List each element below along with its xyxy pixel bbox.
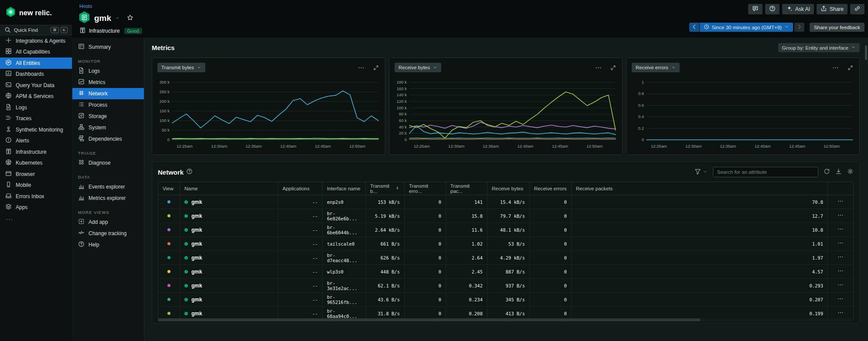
table-row[interactable]: gmk--br-965216fb...43.6 B/s00.234345 B/s… — [158, 293, 853, 307]
subnav-item-events-explorer[interactable]: Events explorer — [72, 181, 144, 192]
sidebar-item-all-entities[interactable]: All Entities — [0, 57, 72, 69]
sidebar-item-traces[interactable]: Traces — [0, 113, 72, 125]
table-row[interactable]: gmk--br-d7eacc48...626 B/s02.644.29 kB/s… — [158, 251, 853, 265]
column-header-transmit-erro-[interactable]: Transmit erro... — [405, 182, 446, 195]
sidebar-item-errors-inbox[interactable]: Errors Inbox — [0, 191, 72, 202]
column-header-receive-packets[interactable]: Receive packets — [572, 182, 828, 195]
entity-name-cell[interactable]: gmk — [180, 237, 278, 251]
download-button[interactable] — [835, 168, 842, 176]
subnav-item-system[interactable]: System — [72, 122, 144, 133]
subnav-item-metrics-explorer[interactable]: Metrics explorer — [72, 192, 144, 204]
row-actions-button[interactable] — [837, 212, 844, 219]
row-actions-button[interactable] — [837, 268, 844, 275]
entity-name-cell[interactable]: gmk — [180, 293, 278, 307]
feedback-comment-button[interactable] — [748, 4, 762, 14]
sidebar-item-logs[interactable]: Logs — [0, 102, 72, 113]
sidebar-item-synthetic-monitoring[interactable]: Synthetic Monitoring — [0, 124, 72, 135]
entity-name-cell[interactable]: gmk — [180, 265, 278, 279]
table-row[interactable]: gmk--wlp3s0448 B/s02.45887 B/s04.57 — [158, 265, 853, 279]
column-header-receive-bytes[interactable]: Receive bytes — [487, 182, 530, 195]
table-row[interactable]: gmk--enp2s0153 kB/s014115.4 kB/s070.8 — [158, 195, 853, 209]
attribute-search-input[interactable] — [713, 167, 818, 177]
help-button[interactable] — [765, 4, 779, 14]
view-toggle-cell[interactable] — [158, 209, 180, 223]
share-button[interactable]: Share — [817, 4, 848, 14]
subnav-item-change-tracking[interactable]: Change tracking — [72, 228, 144, 239]
horizontal-scrollbar[interactable] — [158, 318, 854, 321]
subnav-item-storage[interactable]: Storage — [72, 111, 144, 122]
chart-options-button[interactable] — [358, 64, 364, 72]
table-row[interactable]: gmk--tailscale0661 B/s01.0253 B/s01.01 — [158, 237, 853, 251]
table-row[interactable]: gmk--br-3e31e2ac...62.1 B/s00.342937 B/s… — [158, 279, 853, 293]
column-header-transmit-pac-[interactable]: Transmit pac... — [446, 182, 487, 195]
column-header-interface-name[interactable]: Interface name — [323, 182, 366, 195]
filter-button[interactable] — [694, 168, 708, 176]
chart-options-button[interactable] — [595, 64, 602, 72]
table-settings-button[interactable] — [847, 168, 854, 176]
row-actions-button[interactable] — [837, 198, 844, 206]
time-picker[interactable]: Since 30 minutes ago (GMT+9) — [700, 23, 793, 32]
view-toggle-cell[interactable] — [158, 265, 180, 279]
entity-name-cell[interactable]: gmk — [180, 209, 278, 223]
subnav-item-dependencies[interactable]: Dependencies — [72, 133, 144, 145]
row-actions-button[interactable] — [837, 310, 844, 317]
view-toggle-cell[interactable] — [158, 237, 180, 251]
ask-ai-button[interactable]: Ask AI — [782, 4, 814, 14]
entity-name-cell[interactable]: gmk — [180, 223, 278, 237]
view-toggle-cell[interactable] — [158, 293, 180, 307]
subnav-item-logs[interactable]: Logs — [72, 65, 144, 77]
view-toggle-cell[interactable] — [158, 279, 180, 293]
sidebar-item-query-your-data[interactable]: Query Your Data — [0, 80, 72, 91]
share-feedback-button[interactable]: Share your feedback — [810, 23, 865, 32]
sidebar-item-mobile[interactable]: Mobile — [0, 180, 72, 191]
sidebar-item-browser[interactable]: Browser — [0, 169, 72, 180]
row-actions-button[interactable] — [837, 282, 844, 289]
row-actions-button[interactable] — [837, 296, 844, 303]
breadcrumb[interactable]: Hosts — [79, 3, 92, 9]
subnav-item-network[interactable]: Network — [72, 88, 144, 99]
favorite-star-icon[interactable] — [127, 14, 133, 23]
sidebar-item-kubernetes[interactable]: Kubernetes — [0, 158, 72, 169]
sidebar-item-infrastructure[interactable]: Infrastructure — [0, 146, 72, 158]
view-toggle-cell[interactable] — [158, 251, 180, 265]
entity-name-cell[interactable]: gmk — [180, 195, 278, 209]
sidebar-more[interactable]: ... — [0, 213, 72, 223]
view-toggle-cell[interactable] — [158, 195, 180, 209]
tab-infrastructure[interactable]: Infrastructure Good — [79, 27, 142, 35]
newrelic-logo[interactable]: new relic. — [0, 0, 72, 25]
chart-expand-button[interactable] — [610, 64, 616, 72]
entity-switcher-chevron-icon[interactable] — [115, 14, 120, 22]
sidebar-item-all-capabilities[interactable]: All Capabilities — [0, 47, 72, 58]
metric-selector-dropdown[interactable]: Receive bytes — [395, 63, 441, 72]
column-header-transmit-b-[interactable]: Transmit b... — [366, 182, 405, 195]
sidebar-item-apps[interactable]: Apps — [0, 202, 72, 213]
sidebar-item-apm-services[interactable]: APM & Services — [0, 91, 72, 102]
quick-find[interactable]: Quick Find ⌘ K — [0, 25, 72, 35]
row-actions-button[interactable] — [837, 240, 844, 247]
subnav-item-add-app[interactable]: Add app — [72, 216, 144, 228]
metric-selector-dropdown[interactable]: Transmit bytes — [157, 63, 205, 72]
time-back-button[interactable] — [689, 23, 699, 32]
entity-name-cell[interactable]: gmk — [180, 251, 278, 265]
time-forward-button[interactable] — [794, 23, 804, 32]
table-row[interactable]: gmk--br-6be6044b...2.64 kB/s011.648.1 kB… — [158, 223, 853, 237]
network-help-icon[interactable] — [186, 168, 193, 176]
refresh-button[interactable] — [824, 168, 830, 176]
sidebar-item-dashboards[interactable]: Dashboards — [0, 69, 72, 80]
table-row[interactable]: gmk--br-6e026e6b...5.19 kB/s015.879.7 kB… — [158, 209, 853, 223]
sidebar-item-alerts[interactable]: Alerts — [0, 135, 72, 147]
column-header-applications[interactable]: Applications — [278, 182, 323, 195]
chart-options-button[interactable] — [832, 64, 839, 72]
group-by-dropdown[interactable]: Group by: Entity and interface — [778, 43, 860, 52]
row-actions-button[interactable] — [837, 226, 844, 233]
sidebar-item-integrations-agents[interactable]: Integrations & Agents — [0, 35, 72, 47]
subnav-item-help[interactable]: Help — [72, 239, 144, 250]
row-actions-button[interactable] — [837, 254, 844, 261]
vertical-scrollbar[interactable] — [865, 45, 867, 60]
chart-expand-button[interactable] — [373, 64, 379, 72]
metric-selector-dropdown[interactable]: Receive errors — [632, 63, 680, 72]
entity-name-cell[interactable]: gmk — [180, 279, 278, 293]
subnav-item-process[interactable]: Process — [72, 99, 144, 111]
permalink-button[interactable] — [850, 4, 865, 14]
subnav-item-metrics[interactable]: Metrics — [72, 77, 144, 88]
